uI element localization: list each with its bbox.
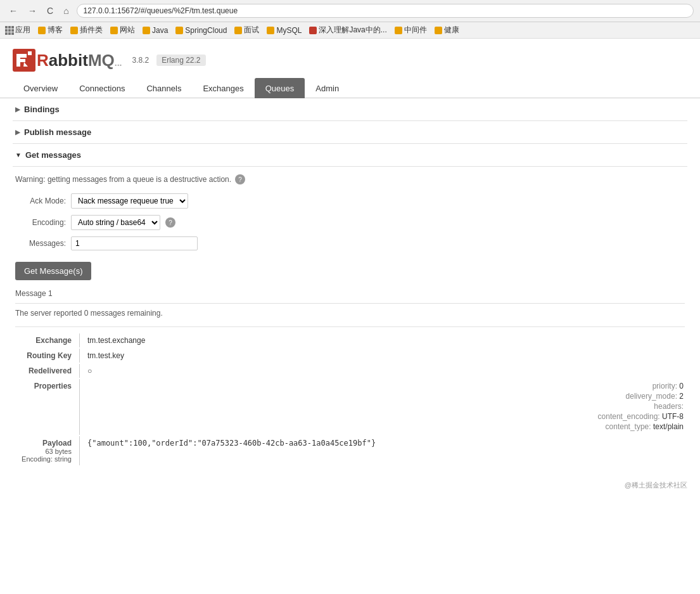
redelivered-value: ○ xyxy=(81,364,684,378)
bookmarks-bar: 应用 博客 插件类 网站 Java SpringCloud 面试 MySQL 深… xyxy=(0,22,700,39)
rmq-logo-text: RabbitMQ... xyxy=(37,51,122,70)
routing-key-value: tm.test.key xyxy=(81,349,684,363)
main-content: ▶ Bindings ▶ Publish message ▼ Get messa… xyxy=(0,98,700,474)
address-bar[interactable] xyxy=(77,4,694,18)
server-report: The server reported 0 messages remaining… xyxy=(15,309,685,318)
redelivered-label: Redelivered xyxy=(16,364,80,378)
message-result-label: Message 1 xyxy=(15,289,685,298)
encoding-row: Encoding: Auto string / base64 base64 ? xyxy=(15,215,685,230)
nav-admin[interactable]: Admin xyxy=(305,78,350,98)
warning-text: Warning: getting messages from a queue i… xyxy=(15,175,231,184)
bookmark-博客[interactable]: 博客 xyxy=(38,25,63,36)
prop-content-type: content_type: text/plain xyxy=(606,422,684,431)
properties-value: priority: 0 delivery_mode: 2 headers: co… xyxy=(81,379,684,435)
payload-bytes: 63 bytes xyxy=(16,448,72,455)
ack-mode-row: Ack Mode: Nack message requeue true Ack … xyxy=(15,193,685,209)
properties-inner: priority: 0 delivery_mode: 2 headers: co… xyxy=(87,382,684,432)
bookmark-MySQL[interactable]: MySQL xyxy=(267,26,302,35)
payload-label: Payload 63 bytes Encoding: string xyxy=(16,436,80,465)
exchange-row: Exchange tm.test.exchange xyxy=(16,333,684,347)
warning-help-badge[interactable]: ? xyxy=(235,174,245,184)
messages-label: Messages: xyxy=(15,239,66,248)
apps-label: 应用 xyxy=(15,25,30,36)
routing-key-row: Routing Key tm.test.key xyxy=(16,349,684,363)
bookmark-网站[interactable]: 网站 xyxy=(110,25,135,36)
browser-bar: ← → C ⌂ xyxy=(0,0,700,22)
exchange-value: tm.test.exchange xyxy=(81,333,684,347)
svg-rect-5 xyxy=(28,51,32,55)
home-button[interactable]: ⌂ xyxy=(61,4,71,17)
properties-label: Properties xyxy=(16,379,80,435)
properties-row: Properties priority: 0 delivery_mode: 2 … xyxy=(16,379,684,435)
nav-overview[interactable]: Overview xyxy=(13,78,68,98)
encoding-help-badge[interactable]: ? xyxy=(165,217,175,228)
encoding-label: Encoding: xyxy=(15,218,66,227)
refresh-button[interactable]: C xyxy=(44,4,56,17)
back-button[interactable]: ← xyxy=(6,4,20,17)
prop-content-encoding: content_encoding: UTF-8 xyxy=(598,412,684,421)
nav-exchanges[interactable]: Exchanges xyxy=(192,78,254,98)
bookmark-插件类[interactable]: 插件类 xyxy=(70,25,103,36)
rmq-erlang: Erlang 22.2 xyxy=(156,55,205,66)
messages-input[interactable] xyxy=(71,236,198,250)
rmq-nav: Overview Connections Channels Exchanges … xyxy=(0,78,700,98)
messages-row: Messages: xyxy=(15,236,685,250)
prop-delivery-mode: delivery_mode: 2 xyxy=(626,392,684,401)
page-content: RabbitMQ... 3.8.2 Erlang 22.2 Overview C… xyxy=(0,39,700,496)
prop-headers: headers: xyxy=(654,402,684,411)
exchange-label: Exchange xyxy=(16,333,80,347)
nav-channels[interactable]: Channels xyxy=(136,78,192,98)
rmq-logo-icon xyxy=(13,49,35,72)
rmq-header: RabbitMQ... 3.8.2 Erlang 22.2 xyxy=(0,39,700,78)
payload-value: {"amount":100,"orderId":"07a75323-460b-4… xyxy=(81,436,684,465)
publish-label: Publish message xyxy=(24,127,91,137)
get-messages-triangle: ▼ xyxy=(15,152,22,158)
watermark: @稀土掘金技术社区 xyxy=(0,474,700,496)
bindings-label: Bindings xyxy=(24,105,60,114)
apps-bookmark[interactable]: 应用 xyxy=(5,25,30,36)
encoding-select[interactable]: Auto string / base64 base64 xyxy=(71,215,160,230)
routing-key-label: Routing Key xyxy=(16,349,80,363)
message-details: Exchange tm.test.exchange Routing Key tm… xyxy=(15,326,685,467)
publish-message-section-header[interactable]: ▶ Publish message xyxy=(13,121,687,144)
bookmark-Java[interactable]: Java xyxy=(143,26,168,35)
publish-triangle: ▶ xyxy=(15,129,20,136)
get-messages-content: Warning: getting messages from a queue i… xyxy=(13,167,687,474)
get-messages-button[interactable]: Get Message(s) xyxy=(15,262,91,280)
message-details-table: Exchange tm.test.exchange Routing Key tm… xyxy=(15,332,685,467)
bookmark-健康[interactable]: 健康 xyxy=(435,25,459,36)
svg-rect-2 xyxy=(16,54,27,58)
bookmark-面试[interactable]: 面试 xyxy=(234,25,259,36)
forward-button[interactable]: → xyxy=(25,4,39,17)
bindings-triangle: ▶ xyxy=(15,106,20,113)
payload-row: Payload 63 bytes Encoding: string {"amou… xyxy=(16,436,684,465)
nav-queues[interactable]: Queues xyxy=(255,78,305,98)
bindings-section-header[interactable]: ▶ Bindings xyxy=(13,98,687,121)
get-messages-section-header[interactable]: ▼ Get messages xyxy=(13,144,687,167)
bookmark-中间件[interactable]: 中间件 xyxy=(395,25,427,36)
svg-rect-3 xyxy=(16,59,25,62)
message-separator xyxy=(15,303,685,304)
redelivered-row: Redelivered ○ xyxy=(16,364,684,378)
rmq-logo: RabbitMQ... xyxy=(13,49,122,72)
bookmark-SpringCloud[interactable]: SpringCloud xyxy=(175,26,227,35)
payload-encoding: Encoding: string xyxy=(16,455,72,463)
get-messages-label: Get messages xyxy=(25,150,81,160)
nav-connections[interactable]: Connections xyxy=(68,78,136,98)
ack-mode-select[interactable]: Nack message requeue true Ack message re… xyxy=(71,193,188,209)
rmq-version: 3.8.2 xyxy=(132,56,149,65)
bookmark-深入理解[interactable]: 深入理解Java中的... xyxy=(309,25,386,36)
ack-mode-label: Ack Mode: xyxy=(15,197,66,205)
warning-row: Warning: getting messages from a queue i… xyxy=(15,174,685,184)
prop-priority: priority: 0 xyxy=(652,382,684,391)
payload-label-text: Payload xyxy=(16,439,72,448)
